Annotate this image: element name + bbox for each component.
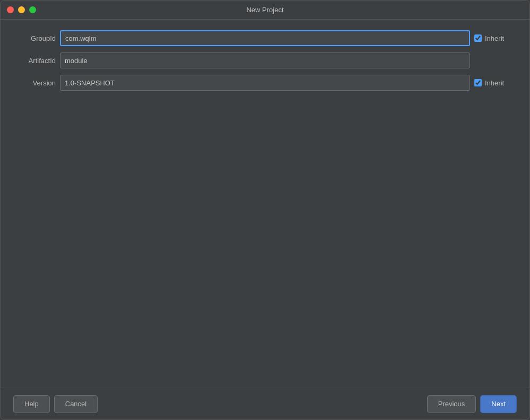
- artifactid-label: ArtifactId: [13, 57, 56, 65]
- groupid-label: GroupId: [13, 34, 56, 42]
- artifactid-row: ArtifactId: [13, 52, 517, 68]
- footer-right: Previous Next: [427, 395, 517, 413]
- content-spacer: [13, 97, 517, 377]
- title-bar: New Project: [1, 1, 529, 20]
- window: New Project GroupId Inherit ArtifactId V…: [0, 0, 530, 420]
- groupid-inherit-container: Inherit: [474, 34, 517, 42]
- footer: Help Cancel Previous Next: [1, 388, 529, 419]
- artifactid-input[interactable]: [60, 52, 470, 68]
- next-button[interactable]: Next: [480, 395, 517, 413]
- window-title: New Project: [246, 6, 283, 14]
- version-inherit-checkbox[interactable]: [474, 79, 482, 86]
- minimize-button[interactable]: [18, 6, 25, 13]
- footer-left: Help Cancel: [13, 395, 98, 413]
- title-bar-buttons: [7, 6, 36, 13]
- groupid-inherit-label: Inherit: [485, 34, 504, 42]
- version-row: Version Inherit: [13, 75, 517, 91]
- version-label: Version: [13, 79, 56, 87]
- previous-button[interactable]: Previous: [427, 395, 476, 413]
- form-content: GroupId Inherit ArtifactId Version Inher…: [1, 20, 529, 388]
- version-inherit-label: Inherit: [485, 79, 504, 87]
- cancel-button[interactable]: Cancel: [54, 395, 98, 413]
- groupid-input[interactable]: [60, 30, 470, 46]
- version-inherit-container: Inherit: [474, 79, 517, 87]
- version-input[interactable]: [60, 75, 470, 91]
- maximize-button[interactable]: [29, 6, 36, 13]
- close-button[interactable]: [7, 6, 14, 13]
- groupid-row: GroupId Inherit: [13, 30, 517, 46]
- help-button[interactable]: Help: [13, 395, 50, 413]
- groupid-inherit-checkbox[interactable]: [474, 34, 482, 42]
